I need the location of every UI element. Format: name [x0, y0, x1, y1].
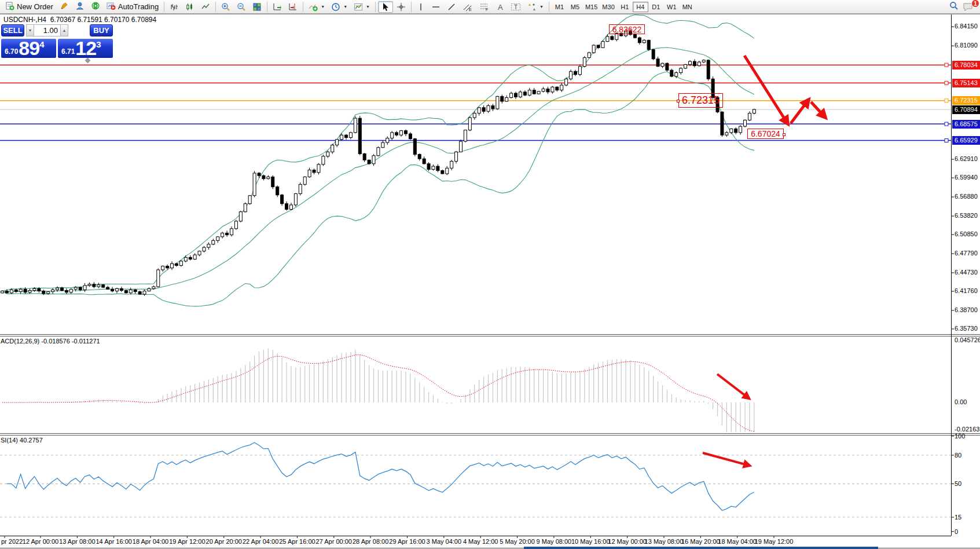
svg-text:A: A: [498, 3, 503, 12]
time-label: 19 May 12:00: [755, 538, 794, 545]
template-icon: [354, 2, 363, 12]
zoom-in-icon: [221, 2, 230, 12]
buy-price-point: 3: [96, 39, 101, 49]
sell-price-panel[interactable]: 6.70 89 4: [1, 39, 56, 58]
annotation-anchor: [677, 100, 680, 103]
timeframe-m1[interactable]: M1: [552, 2, 567, 12]
toolbar-separator: [303, 2, 303, 12]
text-tool-button[interactable]: A: [493, 1, 507, 13]
chart-canvas[interactable]: [0, 0, 980, 549]
macd-axis-max: 0.045726: [955, 336, 980, 343]
cursor-tool-button[interactable]: [378, 1, 393, 13]
horizontal-line-icon: [431, 2, 441, 12]
new-order-icon: [5, 1, 14, 12]
tile-windows-button[interactable]: [249, 1, 265, 13]
timeframe-m5[interactable]: M5: [567, 2, 583, 12]
buy-button[interactable]: BUY: [90, 24, 113, 36]
time-label: 4 May 12:00: [463, 538, 498, 545]
vline-tool-button[interactable]: [414, 1, 428, 13]
equidistant-channel-icon: E: [463, 2, 473, 12]
rsi-axis-label: 80: [955, 452, 961, 459]
trendline-tool-button[interactable]: [444, 1, 459, 13]
search-icon[interactable]: [949, 1, 959, 13]
buy-price-panel[interactable]: 6.71 12 3: [58, 39, 113, 58]
signal-button[interactable]: [88, 1, 103, 13]
buy-price-base: 6.71: [61, 47, 75, 56]
auto-scroll-button[interactable]: [270, 1, 285, 13]
crosshair-tool-button[interactable]: [394, 1, 409, 13]
annotation-anchor: [783, 133, 786, 136]
arrows-tool-button[interactable]: ▼: [524, 1, 546, 13]
channel-tool-button[interactable]: E: [460, 1, 476, 13]
volume-decrease-button[interactable]: ▼: [26, 24, 34, 36]
volume-increase-button[interactable]: ▲: [60, 24, 68, 36]
sell-button[interactable]: SELL: [1, 24, 24, 36]
price-annotation[interactable]: 6.83622: [609, 24, 645, 34]
price-annotation[interactable]: 6.67024: [747, 129, 784, 139]
indicators-button[interactable]: ▼: [306, 1, 328, 13]
main-toolbar: New Order AutoTrading ▼ ▼ ▼ E F A: [0, 0, 980, 14]
templates-button[interactable]: ▼: [351, 1, 373, 13]
price-tick: 6.62910: [955, 155, 978, 162]
timeframe-bar: M1M5M15M30H1H4D1W1MN: [552, 2, 695, 12]
text-icon: A: [496, 2, 504, 12]
trendline-icon: [447, 2, 456, 12]
timeframe-d1[interactable]: D1: [648, 2, 664, 12]
toolbar-separator: [215, 2, 216, 12]
price-tick: 6.56880: [955, 193, 978, 200]
trend-arrow: [791, 100, 809, 123]
price-tick: 6.44730: [955, 269, 978, 276]
fibonacci-tool-button[interactable]: F: [476, 1, 493, 13]
timeframe-h1[interactable]: H1: [617, 2, 633, 12]
line-chart-button[interactable]: [198, 1, 213, 13]
time-label: 12 May 00:00: [608, 538, 647, 545]
zoom-out-icon: [237, 2, 246, 12]
time-label: 25 Apr 16:00: [279, 538, 315, 545]
indicators-icon: [309, 2, 318, 12]
timeframe-m15[interactable]: M15: [583, 2, 600, 12]
crayon-icon: [60, 1, 69, 12]
timeframe-h4[interactable]: H4: [633, 2, 648, 12]
new-order-label: New Order: [17, 2, 53, 11]
toolbar-separator: [411, 2, 412, 12]
chart-shift-button[interactable]: [285, 1, 300, 13]
new-order-button[interactable]: New Order: [2, 1, 56, 13]
price-tick: 6.47790: [955, 250, 978, 257]
notifications-button[interactable]: 1: [963, 2, 975, 12]
autotrading-button[interactable]: AutoTrading: [104, 1, 162, 13]
label-tool-button[interactable]: T: [508, 1, 524, 13]
candle-chart-icon: [185, 2, 194, 12]
time-label: 29 Apr 16:00: [389, 538, 425, 545]
time-label: 20 Apr 20:00: [206, 538, 242, 545]
clock-icon: [331, 2, 340, 12]
zoom-in-button[interactable]: [218, 1, 233, 13]
zoom-out-button[interactable]: [234, 1, 249, 13]
price-tick: 6.53820: [955, 212, 978, 219]
time-label: 13 May 08:00: [645, 538, 684, 545]
rsi-axis-label: 15: [955, 514, 961, 521]
timeframe-w1[interactable]: W1: [664, 2, 680, 12]
community-button[interactable]: [72, 1, 87, 13]
timeframe-m30[interactable]: M30: [600, 2, 616, 12]
candle-chart-button[interactable]: [182, 1, 197, 13]
quote-header: USDCNH-,H4 6.70367 6.71591 6.70170 6.708…: [3, 16, 156, 24]
sell-price-point: 4: [39, 39, 44, 49]
dropdown-caret: ▼: [539, 5, 544, 9]
time-label: 19 Apr 12:00: [169, 538, 205, 545]
dropdown-caret: ▼: [321, 5, 325, 9]
timeframe-mn[interactable]: MN: [680, 2, 695, 12]
price-annotation[interactable]: 6.72315: [678, 93, 723, 108]
toolbar-separator: [375, 2, 376, 12]
periods-button[interactable]: ▼: [328, 1, 350, 13]
bottom-edge-bar: [524, 547, 878, 549]
bar-chart-button[interactable]: [167, 1, 182, 13]
svg-text:E: E: [469, 8, 472, 12]
hline-tool-button[interactable]: [428, 1, 443, 13]
time-label: 3 May 04:00: [427, 538, 462, 545]
price-tick: 6.81090: [955, 42, 978, 49]
time-label: 22 Apr 04:00: [243, 538, 278, 545]
text-label-icon: T: [511, 2, 521, 12]
volume-input[interactable]: 1.00: [34, 24, 60, 36]
time-label: 16 May 20:00: [681, 538, 720, 545]
styler-button[interactable]: [57, 1, 72, 13]
